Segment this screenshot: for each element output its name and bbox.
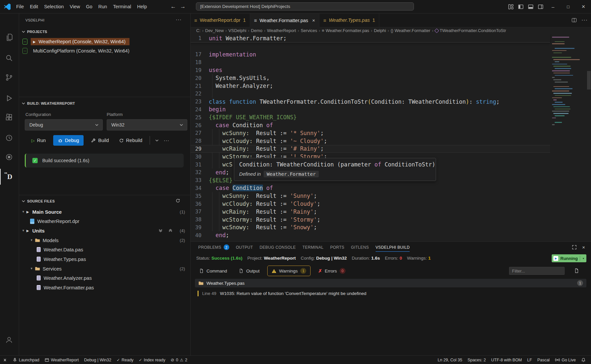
run-button[interactable]: ▷ Run (29, 136, 49, 145)
line-number[interactable]: 40 (190, 232, 202, 238)
minimize-icon[interactable]: – (545, 0, 561, 13)
platform-select[interactable]: Win32 (107, 119, 187, 130)
menu-selection[interactable]: Selection (41, 2, 67, 11)
tab-weatherreport-dpr[interactable]: ≡WeatherReport.dpr1 (190, 13, 250, 27)
chevron-down-icon[interactable]: ▾ (582, 257, 585, 260)
breadcrumb-item[interactable]: Demo (251, 28, 263, 33)
twisty-chevron-icon[interactable]: ▼ (30, 238, 35, 242)
line-number[interactable]: 34 (190, 185, 202, 191)
minimap[interactable] (550, 34, 591, 241)
line-number[interactable]: 29 (190, 146, 202, 152)
code-line-22[interactable]: 22 (190, 90, 550, 98)
menu-go[interactable]: Go (83, 2, 95, 11)
code-line-38[interactable]: 38 wcStormy: Result := 'Stormy'; (190, 216, 550, 224)
filter-input[interactable] (509, 267, 565, 275)
line-number[interactable]: 28 (190, 138, 202, 144)
vsdelphi-icon[interactable]: vsD (0, 169, 19, 185)
toggle-panel-icon[interactable] (526, 0, 536, 13)
statusbar-item-ready[interactable]: ✓Ready (114, 356, 136, 364)
close-icon[interactable]: × (576, 0, 591, 13)
breadcrumb-item[interactable]: Delphi (374, 28, 386, 33)
tree-item-models[interactable]: ▼Models(2) (19, 236, 190, 245)
twisty-chevron-icon[interactable]: ▼ (22, 229, 26, 232)
line-number[interactable]: 19 (190, 67, 202, 73)
debug-button[interactable]: Debug (53, 135, 84, 146)
toggle-secondary-sidebar-icon[interactable] (536, 0, 545, 13)
code-line-26[interactable]: 26 case Condition of (190, 121, 550, 129)
code-line-37[interactable]: 37 wcRainy: Result := 'Rainy'; (190, 208, 550, 216)
breadcrumb-item[interactable]: VSDelphi (228, 28, 246, 33)
tree-item-units[interactable]: ▼▶Units(4) (19, 226, 190, 235)
forward-icon[interactable]: → (180, 3, 186, 10)
line-number[interactable]: 17 (190, 51, 202, 57)
breadcrumb-item[interactable]: TWeatherFormatter.ConditionToStr (435, 28, 506, 33)
history-icon[interactable] (0, 130, 18, 146)
twisty-chevron-icon[interactable]: ▼ (22, 210, 26, 213)
source-files-section-header[interactable]: SOURCE FILES (21, 198, 55, 205)
menu-file[interactable]: File (13, 2, 27, 11)
statusbar-item-launchpad[interactable]: Launchpad (10, 356, 42, 364)
expand-all-icon[interactable] (158, 228, 163, 233)
build-button[interactable]: Build (88, 136, 111, 145)
code-line-27[interactable]: 27 wcSunny: Result := '* Sunny'; (190, 129, 550, 137)
panel-tab-debug-console[interactable]: DEBUG CONSOLE (256, 242, 299, 253)
target-icon[interactable] (0, 149, 18, 165)
statusbar-item[interactable] (0, 356, 10, 364)
code-line-20[interactable]: 20 System.SysUtils, (190, 74, 550, 82)
statusbar-item-pascal[interactable]: Pascal (535, 356, 552, 364)
line-number[interactable]: 25 (190, 114, 202, 121)
close-icon[interactable]: × (312, 18, 315, 23)
statusbar-item-weatherreport[interactable]: WeatherReport (42, 356, 82, 364)
panel-subtab-command[interactable]: Command (195, 266, 231, 276)
tree-item-weather-types-pas[interactable]: Weather.Types.pas (19, 255, 190, 264)
twisty-chevron-icon[interactable]: ▼ (30, 267, 35, 270)
code-editor[interactable]: 1unit Weather.Formatter; 17implementatio… (190, 34, 591, 241)
code-line-23[interactable]: 23class function TWeatherFormatter.Condi… (190, 98, 550, 106)
maximize-panel-icon[interactable] (572, 245, 577, 250)
statusbar-item-debug-win32[interactable]: Debug | Win32 (81, 356, 114, 364)
breadcrumb-item[interactable]: Services (301, 28, 317, 33)
menu-edit[interactable]: Edit (27, 2, 41, 11)
statusbar-item-ln-29-col-35[interactable]: Ln 29, Col 35 (435, 356, 465, 364)
statusbar-item-spaces-2[interactable]: Spaces: 2 (465, 356, 489, 364)
back-icon[interactable]: ← (170, 3, 176, 10)
code-line-19[interactable]: 19uses (190, 66, 550, 74)
hover-defined-in-unit[interactable]: Weather.Formatter (264, 171, 318, 177)
line-number[interactable]: 20 (190, 75, 202, 81)
statusbar-item-go-live[interactable]: Go Live (552, 356, 578, 364)
statusbar-item-lf[interactable]: LF (525, 356, 535, 364)
panel-tab-vsdelphi-build[interactable]: VSDELPHI BUILD (372, 242, 413, 253)
source-control-icon[interactable] (0, 69, 18, 85)
line-number[interactable]: 35 (190, 193, 202, 199)
configuration-select[interactable]: Debug (25, 119, 103, 130)
account-icon[interactable] (0, 332, 18, 347)
rebuild-button[interactable]: Rebuild (116, 136, 145, 145)
project-item-multiconfigplatform[interactable]: ‹› MultiConfigPlatform (Console, Win32, … (19, 47, 190, 55)
line-number[interactable]: 30 (190, 154, 202, 160)
line-number[interactable]: 22 (190, 91, 202, 97)
line-number[interactable]: 36 (190, 201, 202, 207)
customize-layout-icon[interactable] (506, 0, 516, 13)
sidebar-more-icon[interactable]: ··· (176, 17, 182, 22)
line-number[interactable]: 31 (190, 162, 202, 168)
collapse-all-icon[interactable] (168, 228, 173, 233)
breadcrumb-item[interactable]: C: (196, 28, 201, 33)
statusbar-item-index-ready[interactable]: ✓Index ready (136, 356, 168, 364)
line-number[interactable]: 38 (190, 216, 202, 223)
maximize-icon[interactable]: □ (561, 0, 576, 13)
code-line-29[interactable]: 29 wcRainy: Result := '# Rainy'; (190, 145, 550, 153)
statusbar-item-0[interactable]: ⊘0⚠2 (168, 356, 190, 364)
running-status-button[interactable]: ▶ Running ▾ (552, 254, 586, 262)
command-center[interactable]: [Extension Development Host] DelphiProje… (196, 2, 414, 11)
breadcrumb-item[interactable]: {}Weather.Formatter (390, 28, 430, 33)
line-number[interactable]: 33 (190, 177, 202, 183)
code-line-18[interactable]: 18 (190, 58, 550, 66)
clear-output-icon[interactable] (574, 268, 579, 273)
line-number[interactable]: 18 (190, 59, 202, 65)
code-line-36[interactable]: 36 wcCloudy: Result := 'Cloudy'; (190, 200, 550, 208)
projects-section-header[interactable]: PROJECTS (21, 28, 47, 35)
statusbar-item[interactable] (578, 356, 588, 364)
split-editor-icon[interactable] (572, 18, 577, 23)
panel-tab-gitlens[interactable]: GITLENS (348, 242, 372, 253)
menu-view[interactable]: View (67, 2, 83, 11)
